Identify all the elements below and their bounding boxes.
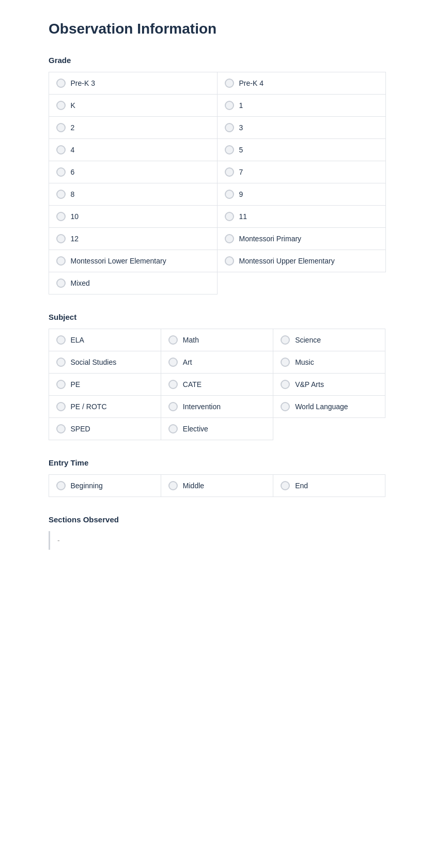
grade-option-montessori-primary[interactable]: Montessori Primary [217,227,386,250]
subject-label: Subject [49,313,385,321]
grade-radio-montessori-lower [56,256,66,266]
grade-radio-8 [56,190,66,199]
grade-radio-6 [56,167,66,177]
subject-option-intervention[interactable]: Intervention [161,395,273,418]
subject-radio-world-language [281,402,290,411]
subject-radio-intervention [168,402,178,411]
grade-options-grid: Pre-K 3 Pre-K 4 K 1 2 3 4 [49,72,385,294]
grade-option-5[interactable]: 5 [217,138,386,161]
subject-radio-social-studies [56,358,66,367]
subject-radio-cate [168,380,178,389]
subject-option-cate[interactable]: CATE [161,373,273,396]
entry-time-option-beginning[interactable]: Beginning [49,474,161,497]
grade-radio-4 [56,145,66,154]
grade-option-1[interactable]: 1 [217,94,386,117]
grade-radio-11 [225,212,234,221]
grade-label: Grade [49,56,385,65]
subject-options-grid: ELA Math Science Social Studies Art Musi… [49,329,385,440]
entry-time-section: Entry Time Beginning Middle End [49,458,385,497]
entry-time-option-end[interactable]: End [273,474,385,497]
grade-option-8[interactable]: 8 [49,183,218,206]
grade-radio-10 [56,212,66,221]
subject-radio-music [281,358,290,367]
subject-option-math[interactable]: Math [161,329,273,351]
sections-observed-label: Sections Observed [49,515,385,524]
grade-section: Grade Pre-K 3 Pre-K 4 K 1 2 3 [49,56,385,294]
grade-radio-12 [56,234,66,243]
sections-observed-value: - [49,531,385,550]
entry-time-radio-middle [168,481,178,490]
subject-radio-pe [56,380,66,389]
grade-option-mixed[interactable]: Mixed [49,272,218,295]
grade-radio-7 [225,167,234,177]
grade-option-10[interactable]: 10 [49,205,218,228]
sections-observed-section: Sections Observed - [49,515,385,550]
entry-time-radio-beginning [56,481,66,490]
entry-time-options-grid: Beginning Middle End [49,474,385,497]
grade-radio-9 [225,190,234,199]
subject-option-world-language[interactable]: World Language [273,395,385,418]
subject-radio-pe-rotc [56,402,66,411]
grade-option-4[interactable]: 4 [49,138,218,161]
grade-radio-mixed [56,278,66,288]
subject-option-pe-rotc[interactable]: PE / ROTC [49,395,161,418]
grade-option-montessori-upper[interactable]: Montessori Upper Elementary [217,250,386,272]
subject-option-pe[interactable]: PE [49,373,161,396]
subject-section: Subject ELA Math Science Social Studies … [49,313,385,440]
subject-radio-art [168,358,178,367]
grade-radio-prek4 [225,79,234,88]
entry-time-radio-end [281,481,290,490]
subject-radio-sped [56,424,66,433]
subject-option-sped[interactable]: SPED [49,417,161,440]
grade-radio-montessori-primary [225,234,234,243]
grade-option-12[interactable]: 12 [49,227,218,250]
grade-radio-montessori-upper [225,256,234,266]
grade-radio-2 [56,123,66,132]
subject-option-social-studies[interactable]: Social Studies [49,351,161,374]
subject-option-art[interactable]: Art [161,351,273,374]
grade-option-9[interactable]: 9 [217,183,386,206]
entry-time-label: Entry Time [49,458,385,467]
grade-option-2[interactable]: 2 [49,116,218,139]
subject-radio-science [281,335,290,345]
subject-option-vp-arts[interactable]: V&P Arts [273,373,385,396]
grade-radio-k [56,101,66,110]
page-title: Observation Information [49,21,385,37]
subject-option-elective[interactable]: Elective [161,417,273,440]
grade-option-6[interactable]: 6 [49,161,218,183]
subject-radio-ela [56,335,66,345]
subject-option-music[interactable]: Music [273,351,385,374]
grade-option-3[interactable]: 3 [217,116,386,139]
subject-radio-math [168,335,178,345]
grade-option-prek3[interactable]: Pre-K 3 [49,72,218,95]
grade-option-k[interactable]: K [49,94,218,117]
subject-option-ela[interactable]: ELA [49,329,161,351]
grade-option-7[interactable]: 7 [217,161,386,183]
grade-radio-5 [225,145,234,154]
grade-option-montessori-lower[interactable]: Montessori Lower Elementary [49,250,218,272]
grade-radio-prek3 [56,79,66,88]
grade-option-prek4[interactable]: Pre-K 4 [217,72,386,95]
grade-option-11[interactable]: 11 [217,205,386,228]
subject-radio-elective [168,424,178,433]
subject-option-science[interactable]: Science [273,329,385,351]
grade-radio-3 [225,123,234,132]
grade-radio-1 [225,101,234,110]
entry-time-option-middle[interactable]: Middle [161,474,273,497]
subject-radio-vp-arts [281,380,290,389]
